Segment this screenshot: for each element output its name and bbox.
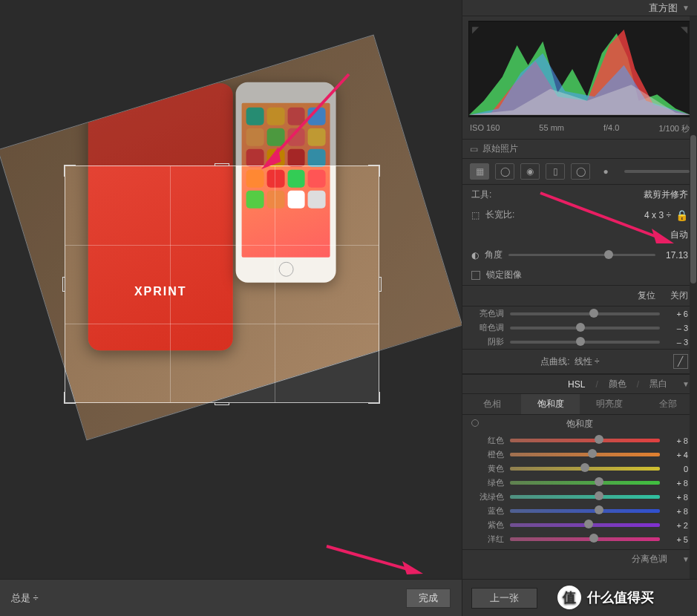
sat-value: + 5 (666, 535, 688, 544)
crop-handle-tl[interactable] (64, 165, 76, 177)
meta-aperture: f/4.0 (603, 123, 619, 134)
sat-name: 红色 (471, 435, 504, 446)
highlights-slider[interactable] (510, 312, 660, 315)
sat-row-6: 紫色+ 2 (462, 518, 697, 532)
sat-row-0: 红色+ 8 (462, 433, 697, 448)
chevron-down-icon: ▼ (682, 380, 690, 388)
tool-size-slider[interactable] (624, 170, 690, 173)
tool-name-row: 工具: 裁剪并修齐 (462, 185, 697, 205)
crop-handle-bl[interactable] (64, 392, 76, 404)
sat-slider-7[interactable] (510, 537, 660, 541)
color-link[interactable]: 颜色 (609, 378, 626, 390)
histogram[interactable]: ◤ ◥ (468, 21, 691, 117)
sat-value: + 2 (666, 521, 688, 530)
sat-name: 浅绿色 (471, 491, 504, 502)
reset-button[interactable]: 复位 (638, 289, 655, 302)
svg-line-3 (327, 546, 416, 571)
aspect-row[interactable]: ⬚ 长宽比: 4 x 3 ÷ 🔒 (462, 205, 697, 225)
meta-shutter: 1/100 秒 (658, 123, 690, 134)
sat-row-7: 洋红+ 5 (462, 532, 697, 546)
saturation-heading: 饱和度 (462, 415, 697, 433)
close-button[interactable]: 关闭 (670, 289, 688, 302)
lock-icon[interactable]: 🔒 (675, 209, 688, 221)
chevron-down-icon: ▼ (682, 4, 690, 12)
brush-tool-icon[interactable]: ● (596, 163, 615, 180)
shadows-label: 阴影 (471, 336, 504, 347)
darks-value: – 3 (666, 324, 688, 332)
curve-row: 点曲线: 线性 ÷ ╱ (462, 349, 697, 374)
darks-slider[interactable] (510, 327, 660, 330)
photo-wrap[interactable]: XPRINT (11, 63, 457, 523)
sat-value: + 8 (666, 479, 688, 488)
grad-tool-icon[interactable]: ▯ (546, 163, 565, 180)
original-photo-row[interactable]: ▭原始照片 (462, 139, 697, 159)
hsl-link[interactable]: HSL (568, 379, 585, 390)
meta-iso: ISO 160 (470, 123, 500, 134)
curve-value[interactable]: 线性 ÷ (575, 355, 600, 368)
crop-overlay[interactable] (65, 166, 379, 403)
sat-slider-3[interactable] (510, 481, 660, 485)
sat-row-5: 蓝色+ 8 (462, 504, 697, 518)
bottom-toolbar: 总是 ÷ 完成 (0, 579, 462, 616)
always-dropdown[interactable]: 总是 ÷ (11, 592, 39, 605)
shadows-slider[interactable] (510, 341, 660, 344)
checkbox-icon[interactable] (471, 271, 480, 280)
crop-handle-r[interactable] (379, 277, 382, 292)
tool-label: 工具: (471, 189, 491, 201)
sat-value: + 8 (666, 507, 688, 516)
crop-handle-br[interactable] (368, 392, 380, 404)
annotation-arrow-3 (319, 539, 431, 579)
split-tone-header[interactable]: 分离色调 ▼ (462, 549, 697, 569)
sat-name: 蓝色 (471, 505, 504, 517)
crop-icon: ⬚ (471, 210, 480, 220)
watermark: 值 什么值得买 (556, 581, 697, 614)
sat-slider-1[interactable] (510, 453, 660, 456)
sat-slider-0[interactable] (510, 439, 660, 442)
lock-image-row[interactable]: 锁定图像 (462, 265, 697, 285)
sat-name: 洋红 (471, 534, 504, 545)
tab-all[interactable]: 全部 (638, 394, 697, 414)
sat-slider-6[interactable] (510, 523, 660, 527)
angle-value: 17.13 (661, 250, 688, 261)
sat-row-1: 橙色+ 4 (462, 448, 697, 462)
darks-label: 暗色调 (471, 322, 504, 333)
crop-handle-t[interactable] (215, 163, 229, 166)
aspect-value[interactable]: 4 x 3 ÷ (644, 210, 671, 220)
panel-scrollbar[interactable] (690, 16, 697, 579)
crop-handle-l[interactable] (62, 277, 65, 292)
saturation-channels: 红色+ 8橙色+ 4黄色0绿色+ 8浅绿色+ 8蓝色+ 8紫色+ 2洋红+ 5 (462, 433, 697, 546)
done-button[interactable]: 完成 (406, 589, 451, 608)
tool-name: 裁剪并修齐 (644, 189, 688, 201)
sat-slider-4[interactable] (510, 495, 660, 499)
sat-slider-2[interactable] (510, 467, 660, 471)
tab-saturation[interactable]: 饱和度 (521, 394, 580, 414)
curve-edit-icon[interactable]: ╱ (673, 354, 688, 369)
radial-tool-icon[interactable]: ◯ (571, 163, 590, 180)
histogram-header[interactable]: 直方图▼ (462, 0, 697, 16)
auto-row[interactable]: 自动 (462, 225, 697, 245)
sat-slider-5[interactable] (510, 509, 660, 513)
spot-tool-icon[interactable]: ◯ (495, 163, 514, 180)
crop-tool-icon[interactable]: ▦ (470, 163, 489, 180)
aspect-label: 长宽比: (485, 209, 514, 221)
hsl-tabs: 色相 饱和度 明亮度 全部 (462, 393, 697, 415)
angle-row: ◐ 角度 17.13 (462, 245, 697, 265)
scroll-thumb[interactable] (690, 135, 696, 284)
shadows-value: – 3 (666, 338, 688, 347)
bw-link[interactable]: 黑白 (649, 378, 667, 390)
tab-luminance[interactable]: 明亮度 (580, 394, 638, 414)
redeye-tool-icon[interactable]: ◉ (520, 163, 540, 180)
crop-handle-tr[interactable] (368, 165, 380, 177)
sat-row-2: 黄色0 (462, 462, 697, 476)
crop-handle-b[interactable] (215, 402, 229, 405)
crop-panel-footer: 复位 关闭 (462, 285, 697, 307)
shadows-row: 阴影 – 3 (462, 335, 697, 349)
tab-hue[interactable]: 色相 (462, 394, 521, 414)
sat-name: 橙色 (471, 449, 504, 460)
target-adjust-icon[interactable] (471, 419, 479, 427)
angle-slider[interactable] (508, 254, 655, 256)
prev-button[interactable]: 上一张 (471, 588, 537, 609)
sat-value: + 8 (666, 436, 688, 445)
original-photo-label: 原始照片 (482, 142, 518, 155)
auto-button[interactable]: 自动 (670, 229, 688, 241)
